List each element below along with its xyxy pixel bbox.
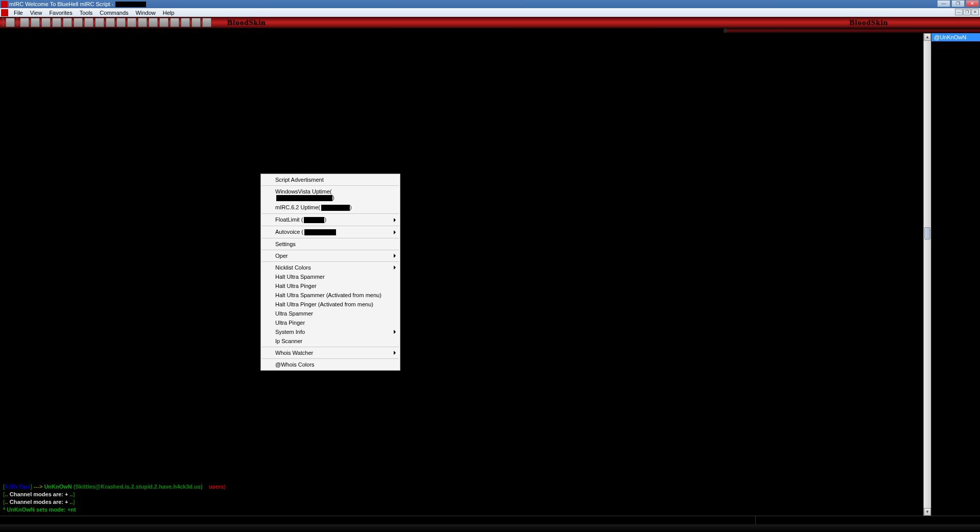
cm-oper[interactable]: Oper — [261, 251, 400, 260]
toolbar-button-8[interactable] — [84, 18, 93, 27]
cm-separator — [262, 226, 399, 226]
cm-nicklist-colors[interactable]: Nicklist Colors — [261, 263, 400, 272]
cm-paren: ) — [332, 195, 334, 201]
cm-whois-colors[interactable]: @Whois Colors — [261, 360, 400, 369]
cm-ultra-pinger[interactable]: Ultra Pinger — [261, 318, 400, 327]
menu-commands[interactable]: Commands — [96, 9, 132, 17]
toolbar-button-9[interactable] — [95, 18, 104, 27]
chat-input[interactable] — [0, 516, 755, 524]
log-line-join: [#:Bh:Ops] ---> UnKnOwN (Skittles@Krashe… — [3, 483, 920, 491]
toolbar-button-18[interactable] — [192, 18, 201, 27]
mdi-minimize-button[interactable]: — — [955, 9, 963, 15]
cm-label: @Whois Colors — [275, 361, 315, 368]
cm-halt-pinger[interactable]: Halt Ultra Pinger — [261, 281, 400, 291]
chat-area[interactable]: [#:Bh:Ops] ---> UnKnOwN (Skittles@Krashe… — [0, 33, 923, 516]
brand-label-left: BloodSkin — [227, 18, 266, 27]
workspace: [#:Bh:Ops] ---> UnKnOwN (Skittles@Krashe… — [0, 33, 980, 516]
cm-ip-scanner[interactable]: Ip Scanner — [261, 336, 400, 346]
context-menu: Script Advertisment WindowsVista Uptime(… — [260, 174, 400, 371]
log-line-modes: [.. Channel modes are: + ..] — [3, 498, 920, 506]
cm-separator — [262, 250, 399, 250]
toolbar-grip[interactable] — [2, 18, 4, 27]
window-title: mIRC Welcome To BlueHell mIRC Script - — [9, 1, 113, 7]
cm-halt-spammer[interactable]: Halt Ultra Spammer — [261, 272, 400, 281]
log-line-setmode: * UnKnOwN sets mode: +nt — [3, 506, 920, 514]
redacted-value — [276, 195, 332, 201]
cm-label: Nicklist Colors — [275, 264, 311, 271]
cm-label: Halt Ultra Pinger (Activated from menu) — [275, 301, 373, 307]
mdi-restore-button[interactable]: ❐ — [963, 9, 971, 15]
toolbar-button-2[interactable] — [20, 18, 29, 27]
toolbar-button-5[interactable] — [52, 18, 61, 27]
cm-paren: ) — [350, 204, 352, 210]
restore-button[interactable]: ❐ — [951, 0, 965, 7]
toolbar-button-3[interactable] — [31, 18, 40, 27]
minimize-button[interactable]: — — [937, 0, 950, 7]
toolbar-button-11[interactable] — [116, 18, 126, 27]
cm-autovoice[interactable]: Autovoice ( — [261, 227, 400, 237]
toolbar-button-13[interactable] — [138, 18, 147, 27]
cm-windows-uptime[interactable]: WindowsVista Uptime() — [261, 187, 400, 203]
toolbar-button-16[interactable] — [170, 18, 179, 27]
cm-label: Oper — [275, 253, 288, 259]
cm-separator — [262, 347, 399, 347]
cm-separator — [262, 261, 399, 262]
nick-item[interactable]: @UnKnOwN — [931, 33, 980, 41]
toolbar-button-7[interactable] — [74, 18, 83, 27]
mirc-icon[interactable] — [1, 9, 8, 16]
scroll-thumb[interactable] — [924, 227, 930, 239]
input-bar — [0, 516, 980, 524]
cm-script-ad[interactable]: Script Advertisment — [261, 175, 400, 184]
menu-window[interactable]: Window — [132, 9, 159, 17]
toolbar-button-17[interactable] — [181, 18, 190, 27]
toolbar-button-14[interactable] — [149, 18, 158, 27]
brand-label-right: BloodSkin — [849, 18, 888, 27]
cm-separator — [262, 185, 399, 186]
cm-ultra-spammer[interactable]: Ultra Spammer — [261, 309, 400, 318]
log-line-modes: [.. Channel modes are: + ..] — [3, 491, 920, 498]
close-button[interactable]: ✕ — [966, 0, 979, 7]
submenu-arrow-icon — [394, 265, 396, 270]
cm-halt-pinger-menu[interactable]: Halt Ultra Pinger (Activated from menu) — [261, 300, 400, 309]
scroll-up-button[interactable]: ▲ — [924, 33, 931, 41]
toolbar-button-12[interactable] — [127, 18, 136, 27]
toolbar-button-1[interactable] — [6, 18, 15, 27]
scroll-down-button[interactable]: ▼ — [924, 508, 931, 516]
cm-mirc-uptime[interactable]: mIRC.6.2 Uptime() — [261, 203, 400, 212]
menu-favorites[interactable]: Favorites — [45, 9, 76, 17]
title-bar: mIRC Welcome To BlueHell mIRC Script - —… — [0, 0, 980, 8]
cm-floatlimit[interactable]: FloatLimit () — [261, 215, 400, 225]
toolbar-button-10[interactable] — [106, 18, 115, 27]
toolbar-button-15[interactable] — [159, 18, 169, 27]
cm-whois-watcher[interactable]: Whois Watcher — [261, 348, 400, 357]
cm-label: Halt Ultra Spammer (Activated from menu) — [275, 292, 381, 298]
switch-bar — [0, 28, 980, 33]
menu-bar: File View Favorites Tools Commands Windo… — [0, 8, 980, 17]
toolbar-button-4[interactable] — [41, 18, 51, 27]
cm-label: Ultra Pinger — [275, 320, 305, 326]
cm-halt-spammer-menu[interactable]: Halt Ultra Spammer (Activated from menu) — [261, 291, 400, 300]
vertical-scrollbar[interactable]: ▲ ▼ — [923, 33, 931, 516]
side-input[interactable] — [755, 516, 980, 524]
toolbar-grip[interactable] — [16, 18, 18, 27]
toolbar-button-6[interactable] — [63, 18, 72, 27]
nick-list[interactable]: @UnKnOwN — [931, 33, 980, 516]
chat-log: [#:Bh:Ops] ---> UnKnOwN (Skittles@Krashe… — [3, 483, 920, 514]
cm-separator — [262, 358, 399, 359]
redacted-value — [321, 205, 350, 211]
menu-tools[interactable]: Tools — [76, 9, 97, 17]
cm-paren: ) — [324, 216, 326, 223]
cm-label: Script Advertisment — [275, 177, 324, 183]
menu-view[interactable]: View — [27, 9, 46, 17]
menu-file[interactable]: File — [10, 9, 27, 17]
menu-help[interactable]: Help — [159, 9, 178, 17]
submenu-arrow-icon — [394, 330, 396, 334]
cm-settings[interactable]: Settings — [261, 239, 400, 249]
cm-system-info[interactable]: System Info — [261, 327, 400, 336]
toolbar-button-19[interactable] — [202, 18, 211, 27]
cm-label: Whois Watcher — [275, 350, 313, 356]
cm-label: System Info — [275, 329, 305, 335]
cm-separator — [262, 238, 399, 238]
cm-label: Halt Ultra Spammer — [275, 274, 325, 280]
mdi-close-button[interactable]: ✕ — [971, 9, 979, 15]
